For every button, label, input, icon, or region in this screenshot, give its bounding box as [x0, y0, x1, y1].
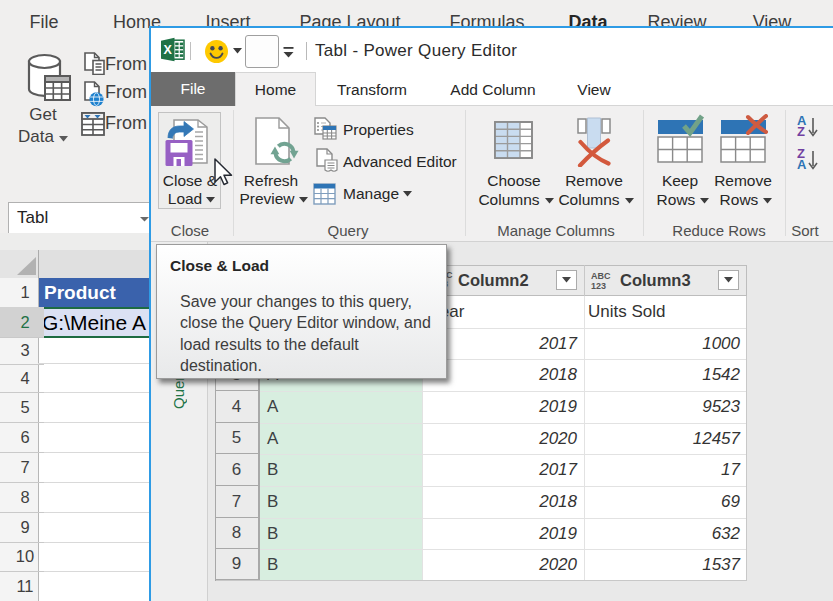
svg-text:X: X — [163, 43, 172, 57]
